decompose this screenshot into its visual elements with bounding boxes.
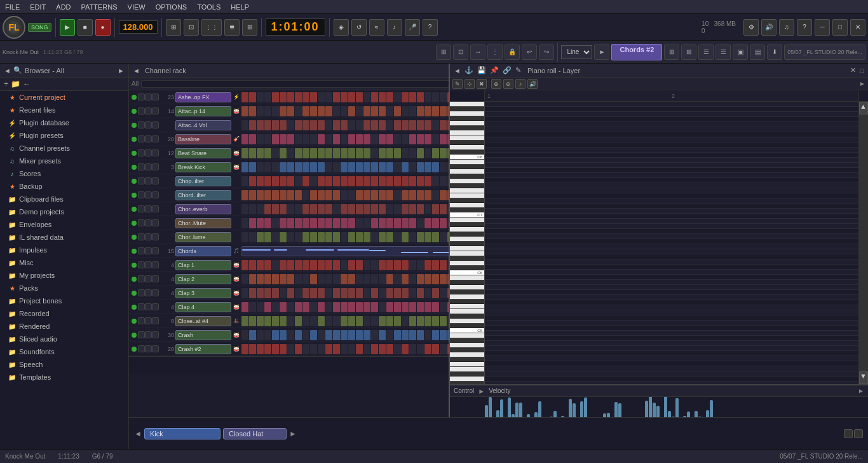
channel-name-button[interactable]: Clap 2 — [175, 274, 231, 284]
tb2-b2[interactable]: ⊞ — [681, 45, 696, 60]
pattern-cell[interactable] — [386, 162, 393, 172]
channel-mini-btn[interactable] — [138, 121, 145, 128]
pattern-cell[interactable] — [394, 204, 401, 214]
pr-nav-left[interactable]: ◄ — [454, 67, 461, 74]
pattern-cell[interactable] — [394, 106, 401, 116]
pattern-cell[interactable] — [371, 176, 378, 186]
pattern-cell[interactable] — [280, 92, 287, 102]
browser-item-rendered[interactable]: 📁 Rendered — [0, 320, 128, 333]
pattern-cell[interactable] — [287, 148, 294, 158]
pattern-cell[interactable] — [371, 134, 378, 144]
pattern-cell[interactable] — [280, 148, 287, 158]
pattern-cell[interactable] — [325, 204, 332, 214]
pattern-cell[interactable] — [417, 344, 424, 354]
channel-mini-btn[interactable] — [145, 289, 152, 296]
closed-hat-block[interactable]: Closed Hat — [223, 428, 287, 439]
pattern-cell[interactable] — [402, 218, 409, 228]
pattern-cell[interactable] — [280, 106, 287, 116]
pattern-cell[interactable] — [379, 316, 386, 326]
pattern-cell[interactable] — [341, 148, 348, 158]
bottom-nav-left[interactable]: ◄ — [134, 429, 142, 438]
pattern-cell[interactable] — [264, 288, 271, 298]
pattern-cell[interactable] — [424, 134, 431, 144]
pattern-cell[interactable] — [249, 204, 256, 214]
pattern-cell[interactable] — [341, 218, 348, 228]
pattern-cell[interactable] — [295, 260, 302, 270]
pattern-cell[interactable] — [379, 162, 386, 172]
pattern-cell[interactable] — [295, 134, 302, 144]
browser-item-demo-projects[interactable]: 📁 Demo projects — [0, 205, 128, 218]
black-key[interactable] — [450, 242, 484, 246]
pattern-cell[interactable] — [348, 218, 355, 228]
pattern-cell[interactable] — [432, 330, 439, 340]
tb2-b3[interactable]: ☰ — [698, 45, 714, 60]
channel-mini-btn[interactable] — [145, 149, 152, 156]
pattern-cell[interactable] — [348, 330, 355, 340]
channel-mini-btn[interactable] — [152, 121, 159, 128]
pattern-cell[interactable] — [302, 232, 309, 242]
pattern-cell[interactable] — [310, 106, 317, 116]
white-key[interactable] — [450, 333, 484, 338]
tb-minimize[interactable]: ─ — [815, 19, 830, 36]
pattern-cell[interactable] — [272, 148, 279, 158]
pattern-cell[interactable] — [386, 190, 393, 200]
pattern-cell[interactable] — [379, 260, 386, 270]
pattern-cell[interactable] — [287, 260, 294, 270]
tb-audio[interactable]: 🔊 — [761, 19, 776, 36]
channel-led[interactable] — [132, 151, 137, 156]
pattern-cell[interactable] — [424, 302, 431, 312]
pattern-cell[interactable] — [386, 330, 393, 340]
channel-mini-btn[interactable] — [152, 149, 159, 156]
pattern-cell[interactable] — [402, 330, 409, 340]
pattern-cell[interactable] — [394, 218, 401, 228]
pattern-cell[interactable] — [394, 92, 401, 102]
pattern-cell[interactable] — [363, 316, 370, 326]
pattern-cell[interactable] — [402, 190, 409, 200]
white-key[interactable] — [450, 362, 484, 367]
pattern-cell[interactable] — [348, 232, 355, 242]
pr-scroll-track[interactable] — [859, 114, 868, 371]
pattern-cell[interactable] — [249, 106, 256, 116]
pattern-cell[interactable] — [257, 288, 264, 298]
pattern-cell[interactable] — [249, 316, 256, 326]
pattern-cell[interactable] — [264, 134, 271, 144]
pattern-cell[interactable] — [394, 316, 401, 326]
pattern-cell[interactable] — [409, 274, 416, 284]
browser-item-packs[interactable]: ★ Packs — [0, 282, 128, 294]
pattern-cell[interactable] — [249, 330, 256, 340]
pattern-cell[interactable] — [295, 288, 302, 298]
channel-led[interactable] — [132, 291, 137, 296]
pattern-cell[interactable] — [386, 260, 393, 270]
menu-tools[interactable]: TOOLS — [192, 2, 226, 12]
pattern-cell[interactable] — [302, 288, 309, 298]
pattern-cell[interactable] — [325, 162, 332, 172]
pattern-cell[interactable] — [272, 190, 279, 200]
browser-item-impulses[interactable]: 📁 Impulses — [0, 244, 128, 256]
pattern-cell[interactable] — [409, 204, 416, 214]
pattern-cell[interactable] — [440, 148, 447, 158]
pattern-cell[interactable] — [318, 274, 325, 284]
tb2-b1[interactable]: ⊞ — [664, 45, 679, 60]
pattern-cell[interactable] — [287, 162, 294, 172]
pattern-cell[interactable] — [295, 148, 302, 158]
pattern-cell[interactable] — [325, 106, 332, 116]
black-key[interactable] — [450, 141, 484, 145]
menu-view[interactable]: VIEW — [123, 2, 151, 12]
channel-led[interactable] — [132, 207, 137, 212]
pattern-cell[interactable] — [424, 288, 431, 298]
channel-name-button[interactable]: Clap 4 — [175, 302, 231, 312]
tb2-b4[interactable]: ☰ — [715, 45, 731, 60]
pattern-cell[interactable] — [424, 176, 431, 186]
channel-mini-btn[interactable] — [152, 275, 159, 282]
pattern-cell[interactable] — [440, 134, 447, 144]
pattern-cell[interactable] — [440, 204, 447, 214]
pattern-cell[interactable] — [325, 190, 332, 200]
pattern-cell[interactable] — [325, 148, 332, 158]
pattern-cell[interactable] — [318, 106, 325, 116]
channel-name-button[interactable]: Attac..4 Vol — [175, 120, 231, 130]
pattern-cell[interactable] — [241, 260, 248, 270]
pr-tb-delete[interactable]: ✖ — [477, 79, 487, 89]
pattern-cell[interactable] — [333, 162, 340, 172]
pattern-cell[interactable] — [394, 288, 401, 298]
pattern-cell[interactable] — [295, 162, 302, 172]
